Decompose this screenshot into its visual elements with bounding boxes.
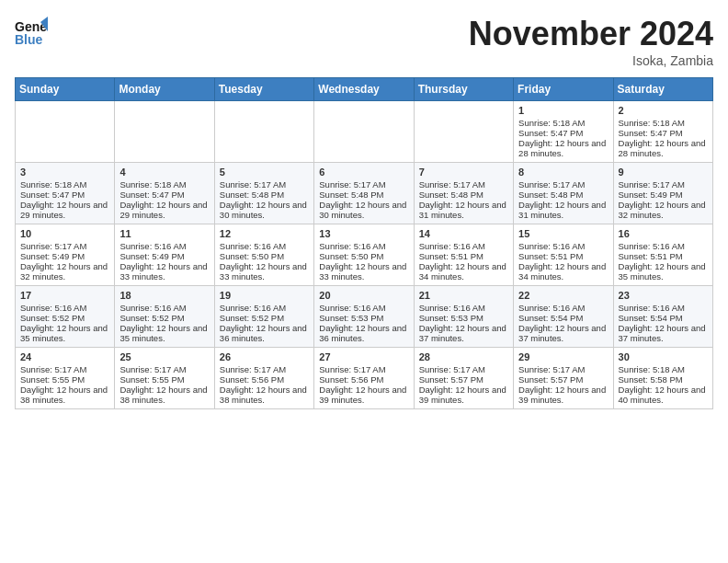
weekday-header: Monday bbox=[115, 78, 214, 101]
weekday-header: Friday bbox=[514, 78, 613, 101]
day-info: Sunrise: 5:16 AM bbox=[518, 303, 608, 313]
calendar-cell: 7Sunrise: 5:17 AMSunset: 5:48 PMDaylight… bbox=[414, 163, 513, 224]
day-info: Sunset: 5:47 PM bbox=[619, 128, 708, 138]
day-info: Sunrise: 5:16 AM bbox=[319, 303, 408, 313]
month-title: November 2024 bbox=[469, 15, 713, 53]
calendar-cell: 19Sunrise: 5:16 AMSunset: 5:52 PMDayligh… bbox=[214, 286, 313, 348]
logo: General Blue bbox=[15, 15, 48, 48]
day-info: Sunrise: 5:17 AM bbox=[20, 364, 109, 374]
calendar-cell: 30Sunrise: 5:18 AMSunset: 5:58 PMDayligh… bbox=[613, 348, 712, 409]
day-info: Sunset: 5:48 PM bbox=[518, 190, 608, 200]
calendar-cell bbox=[314, 101, 414, 163]
calendar-cell: 25Sunrise: 5:17 AMSunset: 5:55 PMDayligh… bbox=[115, 348, 214, 409]
day-info: Daylight: 12 hours and 33 minutes. bbox=[119, 261, 209, 282]
day-info: Sunset: 5:56 PM bbox=[319, 374, 408, 385]
weekday-header: Tuesday bbox=[214, 78, 313, 101]
day-info: Sunrise: 5:16 AM bbox=[419, 241, 508, 251]
day-info: Daylight: 12 hours and 37 minutes. bbox=[419, 323, 508, 343]
day-info: Sunrise: 5:16 AM bbox=[518, 241, 608, 251]
day-info: Sunset: 5:52 PM bbox=[20, 313, 109, 323]
day-info: Sunrise: 5:16 AM bbox=[119, 303, 209, 313]
day-number: 6 bbox=[319, 167, 408, 178]
calendar-cell: 12Sunrise: 5:16 AMSunset: 5:50 PMDayligh… bbox=[214, 224, 313, 286]
day-info: Sunrise: 5:18 AM bbox=[619, 364, 708, 374]
calendar-cell: 13Sunrise: 5:16 AMSunset: 5:50 PMDayligh… bbox=[314, 224, 414, 286]
day-number: 13 bbox=[319, 228, 408, 239]
day-info: Sunrise: 5:17 AM bbox=[419, 179, 508, 190]
day-info: Sunset: 5:56 PM bbox=[220, 374, 309, 385]
day-number: 14 bbox=[419, 228, 508, 239]
day-info: Sunrise: 5:17 AM bbox=[20, 241, 109, 251]
day-number: 1 bbox=[518, 105, 608, 116]
day-info: Sunset: 5:47 PM bbox=[518, 128, 608, 138]
calendar-cell: 26Sunrise: 5:17 AMSunset: 5:56 PMDayligh… bbox=[214, 348, 313, 409]
day-number: 27 bbox=[319, 351, 408, 362]
calendar-cell: 15Sunrise: 5:16 AMSunset: 5:51 PMDayligh… bbox=[514, 224, 613, 286]
title-block: November 2024 Isoka, Zambia bbox=[469, 15, 713, 68]
day-number: 20 bbox=[319, 290, 408, 301]
calendar-cell: 4Sunrise: 5:18 AMSunset: 5:47 PMDaylight… bbox=[115, 163, 214, 224]
day-number: 30 bbox=[619, 351, 708, 362]
day-number: 19 bbox=[220, 290, 309, 301]
day-number: 10 bbox=[20, 228, 109, 239]
day-number: 15 bbox=[518, 228, 608, 239]
svg-text:Blue: Blue bbox=[15, 32, 43, 47]
calendar-cell: 3Sunrise: 5:18 AMSunset: 5:47 PMDaylight… bbox=[16, 163, 115, 224]
day-info: Sunset: 5:48 PM bbox=[220, 190, 309, 200]
day-number: 28 bbox=[419, 351, 508, 362]
day-info: Sunrise: 5:16 AM bbox=[220, 241, 309, 251]
day-info: Sunset: 5:55 PM bbox=[119, 374, 209, 385]
calendar-cell: 6Sunrise: 5:17 AMSunset: 5:48 PMDaylight… bbox=[314, 163, 414, 224]
day-number: 2 bbox=[619, 105, 708, 116]
calendar-week-row: 1Sunrise: 5:18 AMSunset: 5:47 PMDaylight… bbox=[16, 101, 713, 163]
day-info: Sunrise: 5:16 AM bbox=[619, 303, 708, 313]
calendar-cell: 18Sunrise: 5:16 AMSunset: 5:52 PMDayligh… bbox=[115, 286, 214, 348]
day-info: Sunset: 5:50 PM bbox=[220, 251, 309, 261]
day-info: Sunset: 5:53 PM bbox=[319, 313, 408, 323]
day-number: 16 bbox=[619, 228, 708, 239]
day-number: 9 bbox=[619, 167, 708, 178]
day-number: 12 bbox=[220, 228, 309, 239]
day-info: Sunrise: 5:18 AM bbox=[518, 118, 608, 128]
calendar-cell: 24Sunrise: 5:17 AMSunset: 5:55 PMDayligh… bbox=[16, 348, 115, 409]
day-info: Sunset: 5:58 PM bbox=[619, 374, 708, 385]
day-info: Sunrise: 5:16 AM bbox=[619, 241, 708, 251]
calendar-week-row: 24Sunrise: 5:17 AMSunset: 5:55 PMDayligh… bbox=[16, 348, 713, 409]
day-number: 23 bbox=[619, 290, 708, 301]
day-info: Daylight: 12 hours and 36 minutes. bbox=[319, 323, 408, 343]
day-info: Sunset: 5:57 PM bbox=[518, 374, 608, 385]
calendar-cell: 22Sunrise: 5:16 AMSunset: 5:54 PMDayligh… bbox=[514, 286, 613, 348]
calendar-cell: 17Sunrise: 5:16 AMSunset: 5:52 PMDayligh… bbox=[16, 286, 115, 348]
day-info: Daylight: 12 hours and 32 minutes. bbox=[20, 261, 109, 282]
day-number: 11 bbox=[119, 228, 209, 239]
day-info: Sunrise: 5:17 AM bbox=[518, 364, 608, 374]
weekday-header-row: SundayMondayTuesdayWednesdayThursdayFrid… bbox=[16, 78, 713, 101]
day-number: 3 bbox=[20, 167, 109, 178]
day-info: Sunrise: 5:16 AM bbox=[419, 303, 508, 313]
page-header: General Blue November 2024 Isoka, Zambia bbox=[15, 15, 713, 68]
day-info: Daylight: 12 hours and 40 minutes. bbox=[619, 385, 708, 405]
day-info: Daylight: 12 hours and 28 minutes. bbox=[619, 138, 708, 158]
day-info: Sunset: 5:52 PM bbox=[220, 313, 309, 323]
calendar-cell: 8Sunrise: 5:17 AMSunset: 5:48 PMDaylight… bbox=[514, 163, 613, 224]
day-info: Sunrise: 5:17 AM bbox=[319, 179, 408, 190]
day-number: 8 bbox=[518, 167, 608, 178]
day-info: Sunrise: 5:17 AM bbox=[419, 364, 508, 374]
day-info: Daylight: 12 hours and 36 minutes. bbox=[220, 323, 309, 343]
day-info: Sunrise: 5:17 AM bbox=[619, 179, 708, 190]
calendar-cell: 9Sunrise: 5:17 AMSunset: 5:49 PMDaylight… bbox=[613, 163, 712, 224]
calendar-cell bbox=[115, 101, 214, 163]
day-info: Sunrise: 5:17 AM bbox=[119, 364, 209, 374]
day-info: Sunrise: 5:17 AM bbox=[220, 179, 309, 190]
calendar-cell: 10Sunrise: 5:17 AMSunset: 5:49 PMDayligh… bbox=[16, 224, 115, 286]
day-number: 22 bbox=[518, 290, 608, 301]
day-info: Sunrise: 5:16 AM bbox=[20, 303, 109, 313]
day-info: Sunrise: 5:16 AM bbox=[220, 303, 309, 313]
day-number: 7 bbox=[419, 167, 508, 178]
day-info: Sunset: 5:49 PM bbox=[20, 251, 109, 261]
day-info: Sunset: 5:47 PM bbox=[20, 190, 109, 200]
day-info: Sunset: 5:51 PM bbox=[518, 251, 608, 261]
day-info: Daylight: 12 hours and 37 minutes. bbox=[518, 323, 608, 343]
calendar-cell: 11Sunrise: 5:16 AMSunset: 5:49 PMDayligh… bbox=[115, 224, 214, 286]
calendar-cell bbox=[214, 101, 313, 163]
